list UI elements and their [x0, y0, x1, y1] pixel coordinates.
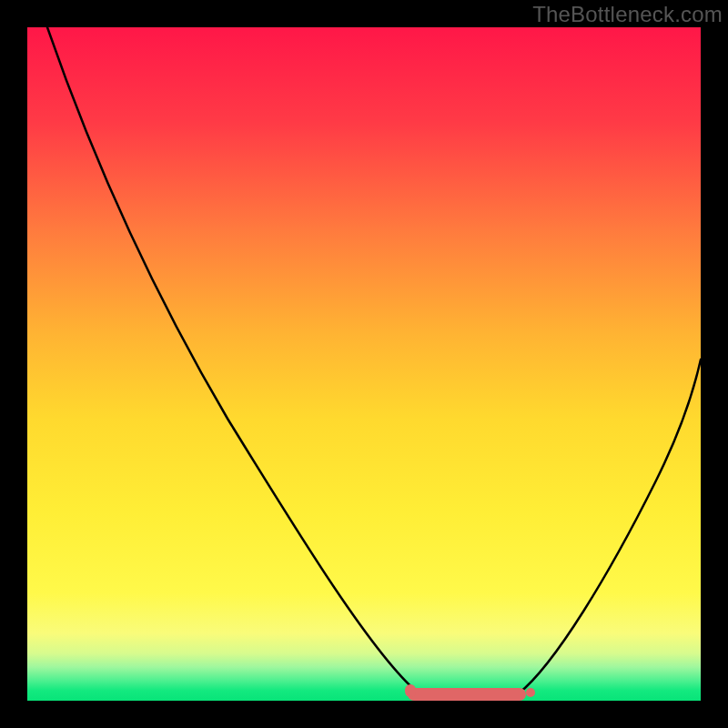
optimal-band-end-dot: [526, 688, 535, 697]
optimal-band-start-nub: [405, 684, 416, 697]
optimal-band-marker: [408, 688, 526, 701]
curve-left-branch: [47, 27, 519, 693]
curve-right-branch: [519, 359, 701, 693]
bottleneck-curve: [27, 27, 701, 701]
watermark-text: TheBottleneck.com: [532, 2, 723, 27]
plot-area: [27, 27, 701, 701]
chart-frame: TheBottleneck.com: [0, 0, 728, 728]
